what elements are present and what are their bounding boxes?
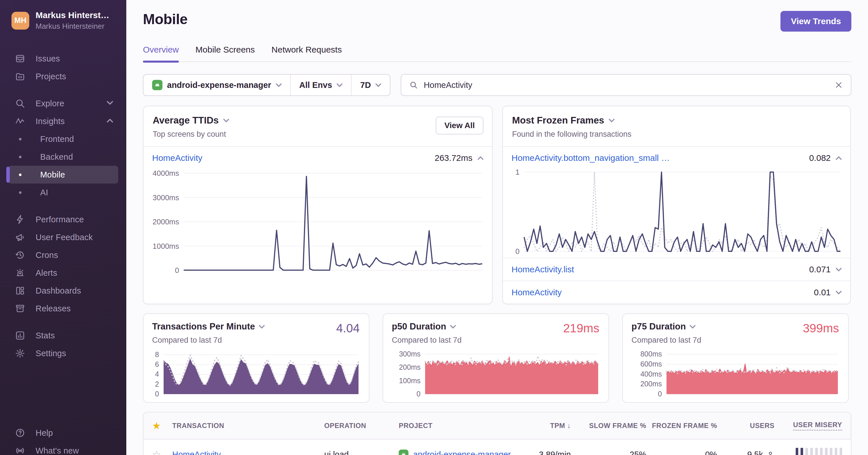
sidebar-item-frontend[interactable]: Frontend bbox=[8, 130, 118, 148]
collapse-icon[interactable] bbox=[836, 156, 842, 160]
siren-icon bbox=[14, 267, 26, 279]
environment-selector[interactable]: All Envs bbox=[290, 75, 351, 95]
sidebar-item-issues[interactable]: Issues bbox=[8, 50, 118, 67]
sidebar-item-explore[interactable]: Explore bbox=[8, 94, 118, 112]
tpm-value: 4.04 bbox=[336, 321, 360, 335]
axis-tick-label: 200ms bbox=[392, 363, 421, 371]
lightning-icon bbox=[14, 214, 26, 225]
sidebar-item-whats-new[interactable]: What's new bbox=[8, 442, 118, 455]
col-tpm-sorted[interactable]: TPM ↓ bbox=[514, 422, 571, 430]
col-users[interactable]: USERS bbox=[717, 422, 774, 430]
col-operation[interactable]: OPERATION bbox=[324, 422, 399, 430]
user-name: Markus Hintersteiner bbox=[36, 22, 110, 31]
gear-icon bbox=[14, 347, 26, 359]
org-switcher[interactable]: MH Markus Hinterst… Markus Hintersteiner bbox=[11, 10, 118, 31]
misery-bar bbox=[801, 448, 803, 455]
axis-tick-label: 300ms bbox=[392, 350, 421, 358]
project-selector-value: android-expense-manager bbox=[167, 80, 271, 90]
table-row[interactable]: ☆ HomeActivity ui.load android-expense-m… bbox=[144, 439, 851, 455]
transaction-link[interactable]: HomeActivity bbox=[172, 450, 221, 455]
axis-tick-label: 0 bbox=[152, 390, 159, 398]
transaction-link[interactable]: HomeActivity.bottom_navigation_small … bbox=[512, 153, 670, 163]
sidebar-item-insights[interactable]: Insights bbox=[8, 112, 118, 130]
users-count: 9.5k bbox=[747, 450, 763, 455]
col-user-misery[interactable]: USER MISERY bbox=[774, 421, 842, 431]
project-link[interactable]: android-expense-manager bbox=[413, 450, 510, 455]
axis-tick-label: 8 bbox=[152, 350, 159, 359]
axis-tick-label: 0 bbox=[631, 390, 662, 398]
axis-tick-label: 3000ms bbox=[152, 193, 179, 202]
sidebar-item-stats[interactable]: Stats bbox=[8, 326, 118, 344]
chevron-down-icon[interactable] bbox=[259, 325, 265, 329]
frozen-row-list[interactable]: HomeActivity.list 0.071 bbox=[503, 258, 850, 281]
project-selector[interactable]: android-expense-manager bbox=[144, 75, 290, 95]
p50-value: 219ms bbox=[563, 321, 599, 335]
col-slow-frame[interactable]: SLOW FRAME % bbox=[571, 422, 646, 430]
widget-subtitle: Top screens by count bbox=[153, 130, 483, 139]
date-range-selector[interactable]: 7D bbox=[351, 75, 390, 95]
starred-column-icon[interactable]: ★ bbox=[152, 420, 172, 431]
search-input[interactable] bbox=[424, 80, 829, 90]
misery-bar bbox=[825, 448, 828, 455]
sidebar-item-settings[interactable]: Settings bbox=[8, 344, 118, 362]
col-transaction[interactable]: TRANSACTION bbox=[172, 422, 324, 430]
tpm-chart: 86420 bbox=[152, 350, 360, 396]
frozen-row-homeactivity[interactable]: HomeActivity 0.01 bbox=[503, 281, 850, 304]
operation-cell: ui.load bbox=[324, 450, 399, 455]
sidebar-item-help[interactable]: Help bbox=[8, 424, 118, 442]
clear-search-icon[interactable] bbox=[835, 81, 843, 89]
ttid-row-homeactivity[interactable]: HomeActivity 263.72ms bbox=[144, 147, 492, 169]
axis-tick-label: 400ms bbox=[631, 370, 662, 378]
transaction-link[interactable]: HomeActivity bbox=[512, 287, 562, 297]
axis-tick-label: 800ms bbox=[631, 350, 662, 358]
misery-bar bbox=[796, 448, 798, 455]
sidebar-item-releases[interactable]: Releases bbox=[8, 300, 118, 317]
collapse-icon[interactable] bbox=[477, 156, 484, 160]
sidebar-item-alerts[interactable]: Alerts bbox=[8, 264, 118, 282]
expand-icon[interactable] bbox=[836, 268, 842, 272]
user-misery-score-bar bbox=[796, 448, 842, 455]
frozen-value: 0.01 bbox=[814, 287, 831, 297]
archive-icon bbox=[14, 303, 26, 314]
transaction-link[interactable]: HomeActivity bbox=[152, 153, 203, 163]
sidebar-item-mobile[interactable]: Mobile bbox=[8, 166, 118, 183]
transaction-link[interactable]: HomeActivity.list bbox=[512, 264, 574, 274]
sidebar-item-dashboards[interactable]: Dashboards bbox=[8, 282, 118, 300]
sidebar-item-performance[interactable]: Performance bbox=[8, 210, 118, 228]
col-frozen-frame[interactable]: FROZEN FRAME % bbox=[646, 422, 717, 430]
page-filter-group: android-expense-manager All Envs 7D bbox=[143, 74, 391, 96]
chevron-down-icon[interactable] bbox=[609, 119, 615, 122]
tab-network-requests[interactable]: Network Requests bbox=[272, 45, 342, 61]
frozen-value: 0.071 bbox=[809, 264, 831, 274]
axis-tick-label: 0 bbox=[511, 247, 520, 256]
misery-bar bbox=[830, 448, 832, 455]
megaphone-icon bbox=[14, 231, 26, 243]
org-name: Markus Hinterst… bbox=[36, 10, 110, 20]
tab-mobile-screens[interactable]: Mobile Screens bbox=[195, 45, 255, 61]
axis-tick-label: 0 bbox=[152, 266, 179, 275]
user-icon bbox=[766, 450, 774, 455]
widget-subtitle: Compared to last 7d bbox=[631, 336, 840, 345]
tab-overview[interactable]: Overview bbox=[143, 45, 179, 61]
star-toggle-icon[interactable]: ☆ bbox=[152, 449, 172, 455]
p50-chart: 300ms200ms100ms0 bbox=[392, 350, 600, 396]
frozen-row-bottom-navigation[interactable]: HomeActivity.bottom_navigation_small … 0… bbox=[503, 147, 850, 169]
sort-desc-icon: ↓ bbox=[567, 422, 571, 429]
expand-icon[interactable] bbox=[836, 291, 842, 294]
active-indicator bbox=[6, 167, 10, 183]
sidebar-item-projects[interactable]: Projects bbox=[8, 67, 118, 85]
sidebar-item-crons[interactable]: Crons bbox=[8, 246, 118, 264]
sidebar-item-ai[interactable]: AI bbox=[8, 183, 118, 201]
chevron-down-icon[interactable] bbox=[690, 325, 695, 329]
view-trends-button[interactable]: View Trends bbox=[780, 11, 851, 32]
col-project[interactable]: PROJECT bbox=[399, 422, 514, 430]
view-all-button[interactable]: View All bbox=[436, 117, 484, 135]
bullet-icon bbox=[19, 191, 22, 194]
bullet-icon bbox=[19, 173, 22, 176]
search-bar[interactable] bbox=[401, 74, 851, 96]
sidebar-item-user-feedback[interactable]: User Feedback bbox=[8, 228, 118, 246]
misery-bar bbox=[815, 448, 818, 455]
sidebar-item-backend[interactable]: Backend bbox=[8, 148, 118, 166]
chevron-down-icon[interactable] bbox=[223, 119, 229, 122]
chevron-down-icon[interactable] bbox=[450, 325, 456, 329]
